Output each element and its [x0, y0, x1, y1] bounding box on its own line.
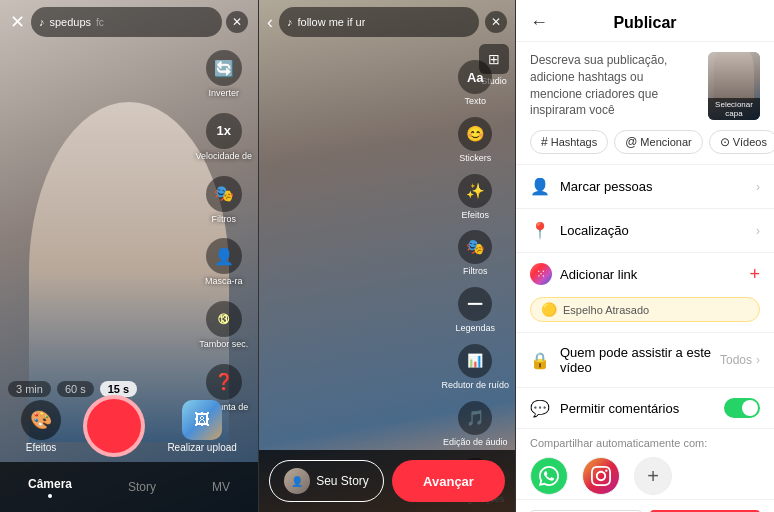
publish-back-button[interactable]: ← — [530, 12, 548, 33]
preview-story-button[interactable]: 👤 Seu Story — [269, 460, 384, 502]
speed-icon: 1x — [206, 113, 242, 149]
texto-tool[interactable]: Aa Texto — [458, 60, 492, 107]
invert-tool[interactable]: 🔄 Inverter — [206, 50, 242, 99]
espelho-chip[interactable]: 🟡 Espelho Atrasado — [530, 297, 760, 322]
publish-header: ← Publicar — [516, 0, 774, 42]
instagram-share-button[interactable] — [582, 457, 620, 495]
preview-back-button[interactable]: ‹ — [267, 12, 273, 33]
comentarios-toggle[interactable] — [724, 398, 760, 418]
mencionar-icon: @ — [625, 135, 637, 149]
redutor-tool[interactable]: 📊 Redutor de ruído — [441, 344, 509, 391]
videos-tag[interactable]: ⊙ Vídeos — [709, 130, 774, 154]
texto-icon: Aa — [458, 60, 492, 94]
preview-music-bar[interactable]: ♪ follow me if ur — [279, 7, 479, 37]
edicao-icon: 🎵 — [458, 401, 492, 435]
invert-icon: 🔄 — [206, 50, 242, 86]
whatsapp-share-button[interactable] — [530, 457, 568, 495]
filters-label: Filtros — [211, 214, 236, 225]
filtros-tool[interactable]: 🎭 Filtros — [458, 230, 492, 277]
marcar-chevron: › — [756, 180, 760, 194]
compartilhar-section: Compartilhar automaticamente com: + — [516, 428, 774, 499]
effects-icon: 🎨 — [21, 400, 61, 440]
camera-panel: ✕ ♪ spedups fc ✕ 🔄 Inverter 1x Velocidad… — [0, 0, 258, 512]
texto-label: Texto — [464, 96, 486, 107]
mascara-tool[interactable]: 👤 Masca-ra — [205, 238, 243, 287]
speed-label: Velocidade de — [195, 151, 252, 162]
edicao-label: Edição de áudio — [443, 437, 508, 448]
tambor-label: Tambor sec. — [199, 339, 248, 350]
legendas-icon: ━━ — [458, 287, 492, 321]
publish-description-text: Descreva sua publicação, adicione hashta… — [530, 52, 698, 119]
share-icons-row: + — [530, 457, 760, 495]
stickers-tool[interactable]: 😊 Stickers — [458, 117, 492, 164]
tambor-tool[interactable]: ⑬ Tambor sec. — [199, 301, 248, 350]
hashtags-tag[interactable]: # Hashtags — [530, 130, 608, 154]
preview-story-label: Seu Story — [316, 474, 369, 488]
filtros-icon: 🎭 — [458, 230, 492, 264]
marcar-pessoas-row[interactable]: 👤 Marcar pessoas › — [516, 164, 774, 208]
edicao-tool[interactable]: 🎵 Edição de áudio — [443, 401, 508, 448]
camera-music-text: spedups — [50, 16, 92, 28]
preview-action-row: 👤 Seu Story Avançar — [269, 460, 505, 502]
tab-story[interactable]: Story — [118, 476, 166, 498]
videos-label: Vídeos — [733, 136, 767, 148]
stickers-label: Stickers — [459, 153, 491, 164]
record-button[interactable] — [83, 395, 145, 457]
marcar-icon: 👤 — [530, 177, 550, 196]
invert-label: Inverter — [208, 88, 239, 99]
efeitos-label: Efeitos — [461, 210, 489, 221]
mencionar-tag[interactable]: @ Mencionar — [614, 130, 703, 154]
publish-actions-row: 🗂 Rascunhos ✦ Publicar — [516, 499, 774, 512]
publish-description-row: Descreva sua publicação, adicione hashta… — [516, 42, 774, 130]
cover-label: Selecionar capa — [708, 98, 760, 120]
camera-music-close[interactable]: ✕ — [226, 11, 248, 33]
filters-tool[interactable]: 🎭 Filtros — [206, 176, 242, 225]
quem-pode-value: Todos — [720, 353, 752, 367]
effects-button[interactable]: 🎨 Efeitos — [21, 400, 61, 453]
tab-story-label: Story — [128, 480, 156, 494]
localizacao-label: Localização — [560, 223, 756, 238]
camera-music-bar[interactable]: ♪ spedups fc — [31, 7, 222, 37]
publish-panel: ← Publicar Descreva sua publicação, adic… — [516, 0, 774, 512]
preview-music-icon: ♪ — [287, 16, 293, 28]
tambor-icon: ⑬ — [206, 301, 242, 337]
efeitos-tool[interactable]: ✨ Efeitos — [458, 174, 492, 221]
quem-pode-label: Quem pode assistir a este vídeo — [560, 345, 720, 375]
tab-camera[interactable]: Câmera — [18, 473, 82, 502]
addlink-plus-icon[interactable]: + — [749, 264, 760, 285]
tab-mv[interactable]: MV — [202, 476, 240, 498]
localizacao-chevron: › — [756, 224, 760, 238]
preview-music-close[interactable]: ✕ — [485, 11, 507, 33]
localizacao-row[interactable]: 📍 Localização › — [516, 208, 774, 252]
camera-tabs: Câmera Story MV — [0, 462, 258, 512]
redutor-icon: 📊 — [458, 344, 492, 378]
upload-button[interactable]: 🖼 Realizar upload — [167, 400, 237, 453]
camera-top-bar: ✕ ♪ spedups fc ✕ — [0, 0, 258, 44]
camera-close-button[interactable]: ✕ — [10, 11, 25, 33]
cover-thumbnail[interactable]: Selecionar capa — [708, 52, 760, 120]
mascara-label: Masca-ra — [205, 276, 243, 287]
legendas-tool[interactable]: ━━ Legendas — [455, 287, 495, 334]
comentarios-icon: 💬 — [530, 399, 550, 418]
upload-icon: 🖼 — [182, 400, 222, 440]
videos-icon: ⊙ — [720, 135, 730, 149]
preview-right-tools: Aa Texto 😊 Stickers ✨ Efeitos 🎭 Filtros … — [441, 60, 509, 504]
marcar-label: Marcar pessoas — [560, 179, 756, 194]
upload-label: Realizar upload — [167, 442, 237, 453]
espelho-label: Espelho Atrasado — [563, 304, 649, 316]
camera-bottom-controls: 🎨 Efeitos 🖼 Realizar upload — [0, 395, 258, 457]
preview-music-text: follow me if ur — [298, 16, 366, 28]
mascara-icon: 👤 — [206, 238, 242, 274]
tab-mv-label: MV — [212, 480, 230, 494]
advance-button[interactable]: Avançar — [392, 460, 505, 502]
localizacao-icon: 📍 — [530, 221, 550, 240]
adicionar-link-row[interactable]: ⁙ Adicionar link + — [516, 252, 774, 295]
quem-pode-row[interactable]: 🔒 Quem pode assistir a este vídeo Todos … — [516, 332, 774, 387]
add-share-button[interactable]: + — [634, 457, 672, 495]
filtros-label: Filtros — [463, 266, 488, 277]
espelho-icon: 🟡 — [541, 302, 557, 317]
stickers-icon: 😊 — [458, 117, 492, 151]
speed-tool[interactable]: 1x Velocidade de — [195, 113, 252, 162]
redutor-label: Redutor de ruído — [441, 380, 509, 391]
camera-right-tools: 🔄 Inverter 1x Velocidade de 🎭 Filtros 👤 … — [195, 50, 252, 413]
